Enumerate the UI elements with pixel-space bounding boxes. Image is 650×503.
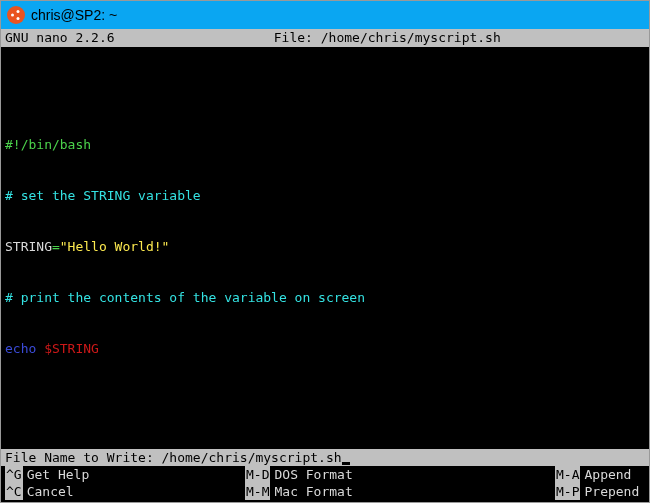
svg-point-0 bbox=[11, 14, 14, 17]
shortcut-row: ^CCancel M-MMac Format M-PPrepend bbox=[5, 483, 645, 500]
code-line: # set the STRING variable bbox=[5, 187, 645, 204]
code-line: #!/bin/bash bbox=[5, 136, 645, 153]
shortcut-prepend[interactable]: M-PPrepend bbox=[555, 483, 645, 500]
prompt-label: File Name to Write: bbox=[5, 450, 162, 465]
nano-header: GNU nano 2.2.6 File: /home/chris/myscrip… bbox=[1, 29, 649, 47]
code-line: # print the contents of the variable on … bbox=[5, 289, 645, 306]
text-cursor bbox=[342, 462, 350, 465]
nano-version: GNU nano 2.2.6 bbox=[5, 29, 274, 47]
filename-prompt[interactable]: File Name to Write: /home/chris/myscript… bbox=[1, 449, 649, 466]
shortcut-dos-format[interactable]: M-DDOS Format bbox=[245, 466, 555, 483]
terminal-window: chris@SP2: ~ GNU nano 2.2.6 File: /home/… bbox=[1, 1, 649, 502]
code-line: STRING="Hello World!" bbox=[5, 238, 645, 255]
shortcut-get-help[interactable]: ^GGet Help bbox=[5, 466, 245, 483]
svg-point-1 bbox=[17, 10, 20, 13]
shortcut-append[interactable]: M-AAppend bbox=[555, 466, 645, 483]
shortcut-row: ^GGet Help M-DDOS Format M-AAppend bbox=[5, 466, 645, 483]
ubuntu-icon bbox=[7, 6, 25, 24]
editor-area[interactable]: #!/bin/bash # set the STRING variable ST… bbox=[1, 47, 649, 449]
nano-file-label: File: /home/chris/myscript.sh bbox=[274, 29, 645, 47]
window-title: chris@SP2: ~ bbox=[31, 7, 117, 23]
shortcut-bar: ^GGet Help M-DDOS Format M-AAppend ^CCan… bbox=[1, 466, 649, 502]
window-titlebar[interactable]: chris@SP2: ~ bbox=[1, 1, 649, 29]
shortcut-cancel[interactable]: ^CCancel bbox=[5, 483, 245, 500]
code-line: echo $STRING bbox=[5, 340, 645, 357]
prompt-value: /home/chris/myscript.sh bbox=[162, 450, 342, 465]
svg-point-2 bbox=[17, 17, 20, 20]
shortcut-mac-format[interactable]: M-MMac Format bbox=[245, 483, 555, 500]
